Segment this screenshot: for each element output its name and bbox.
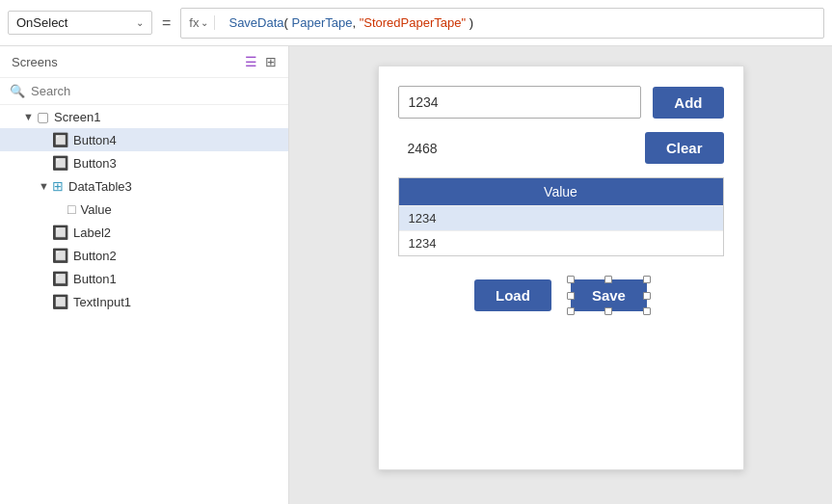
handle-right-mid (643, 292, 651, 300)
formula-bar[interactable]: fx ⌄ SaveData( PaperTape, "StoredPaperTa… (180, 8, 824, 39)
no-expand (39, 296, 52, 307)
clear-button[interactable]: Clear (645, 132, 724, 164)
load-button[interactable]: Load (474, 279, 551, 311)
add-button[interactable]: Add (653, 87, 723, 119)
search-box: 🔍 (0, 78, 288, 105)
no-expand (39, 273, 52, 284)
sidebar-item-label2[interactable]: 🔲 Label2 (0, 221, 288, 244)
textinput1-label: TextInput1 (73, 295, 131, 309)
sidebar-item-button3[interactable]: 🔲 Button3 (0, 151, 288, 174)
button4-label: Button4 (73, 133, 117, 147)
sidebar-header: Screens ☰ ⊞ (0, 46, 288, 78)
no-expand (39, 226, 52, 238)
fx-text: fx (189, 15, 199, 30)
datatable-icon: ⊞ (52, 178, 64, 194)
event-selector[interactable]: OnSelect ⌄ (8, 11, 152, 35)
label2-label: Label2 (73, 225, 111, 240)
button2-label: Button2 (73, 249, 117, 263)
button-icon: 🔲 (52, 248, 68, 263)
formula-paren-close: ) (466, 15, 473, 30)
handle-top-left (567, 276, 575, 283)
handle-bottom-left (567, 307, 575, 315)
search-icon: 🔍 (10, 84, 25, 98)
data-table: Value 1234 1234 (398, 177, 724, 256)
main-area: Screens ☰ ⊞ 🔍 ▼ ▢ Screen1 🔲 (0, 46, 832, 504)
running-total: 2468 (398, 133, 633, 164)
no-expand (39, 157, 52, 169)
table-row[interactable]: 1234 (399, 205, 723, 230)
button-icon: 🔲 (52, 155, 68, 171)
datatable3-label: DataTable3 (68, 179, 132, 194)
fx-chevron-icon: ⌄ (201, 17, 208, 28)
formula-comma: , (352, 15, 359, 30)
expand-icon[interactable]: ▼ (23, 111, 37, 122)
grid-view-icon[interactable]: ⊞ (265, 54, 277, 69)
button-icon: 🔲 (52, 132, 68, 147)
formula-text: SaveData( PaperTape, "StoredPaperTape" ) (228, 15, 473, 30)
bottom-buttons-row: Load Save (398, 279, 724, 311)
component-tree: ▼ ▢ Screen1 🔲 Button4 🔲 Button3 (0, 105, 288, 504)
no-expand (39, 250, 52, 261)
sidebar-item-button2[interactable]: 🔲 Button2 (0, 244, 288, 267)
sidebar-item-datatable3[interactable]: ▼ ⊞ DataTable3 (0, 174, 288, 198)
no-expand (39, 134, 52, 146)
textinput-icon: 🔲 (52, 294, 68, 309)
top-bar: OnSelect ⌄ = fx ⌄ SaveData( PaperTape, "… (0, 0, 832, 46)
screen-area: Add 2468 Clear Value 1234 1234 Load Save (289, 46, 832, 504)
event-selector-label: OnSelect (16, 15, 67, 30)
equals-icon: = (158, 14, 174, 32)
value-icon: □ (67, 201, 75, 217)
chevron-down-icon: ⌄ (136, 17, 144, 28)
sidebar-item-button4[interactable]: 🔲 Button4 (0, 128, 288, 151)
expand-icon[interactable]: ▼ (39, 180, 52, 192)
formula-param1: PaperTape (292, 15, 353, 30)
handle-top-right (643, 276, 651, 283)
button-icon: 🔲 (52, 271, 68, 286)
paper-tape-input[interactable] (398, 86, 642, 119)
sidebar-title: Screens (12, 55, 58, 69)
clear-row: 2468 Clear (398, 132, 724, 164)
handle-bottom-mid (604, 307, 612, 315)
screen-icon: ▢ (37, 109, 49, 124)
list-view-icon[interactable]: ☰ (245, 54, 257, 69)
no-expand (54, 203, 67, 215)
sidebar-item-textinput1[interactable]: 🔲 TextInput1 (0, 290, 288, 313)
sidebar-item-value[interactable]: □ Value (0, 198, 288, 221)
table-row[interactable]: 1234 (399, 230, 723, 255)
search-input[interactable] (31, 84, 279, 98)
formula-function: SaveData (228, 15, 283, 30)
add-row: Add (398, 86, 724, 119)
handle-left-mid (567, 292, 575, 300)
screen1-label: Screen1 (54, 110, 100, 124)
label-icon: 🔲 (52, 225, 68, 240)
fx-label: fx ⌄ (189, 15, 215, 30)
sidebar-item-screen1[interactable]: ▼ ▢ Screen1 (0, 105, 288, 128)
sidebar: Screens ☰ ⊞ 🔍 ▼ ▢ Screen1 🔲 (0, 46, 289, 504)
save-btn-wrapper: Save (571, 279, 647, 311)
formula-param2: "StoredPaperTape" (360, 15, 466, 30)
app-canvas: Add 2468 Clear Value 1234 1234 Load Save (378, 66, 744, 470)
table-header: Value (399, 178, 723, 205)
value-label: Value (80, 202, 111, 217)
button1-label: Button1 (73, 272, 117, 286)
sidebar-icon-group: ☰ ⊞ (245, 54, 277, 69)
sidebar-item-button1[interactable]: 🔲 Button1 (0, 267, 288, 290)
handle-top-mid (604, 276, 612, 283)
formula-paren-open: ( (284, 15, 292, 30)
button3-label: Button3 (73, 156, 117, 171)
handle-bottom-right (643, 307, 651, 315)
